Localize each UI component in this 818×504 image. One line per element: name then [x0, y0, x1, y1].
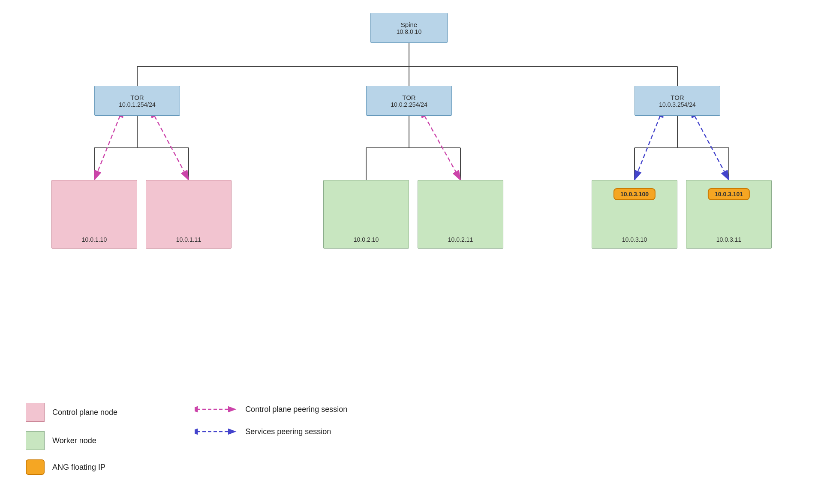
svg-line-24: [635, 116, 660, 180]
tor-node-2: TOR 10.0.2.254/24: [366, 86, 452, 116]
ctrl-1-2-ip: 10.0.1.11: [176, 236, 201, 243]
legend-control-box: [26, 403, 45, 422]
legend-worker-label: Worker node: [52, 436, 96, 445]
floating-ip-badge-2: 10.0.3.101: [708, 188, 750, 200]
tor-2-label: TOR: [402, 94, 415, 101]
spine-ip: 10.8.0.10: [397, 28, 421, 35]
legend-arrow-control: Control plane peering session: [195, 403, 347, 416]
spine-node: Spine 10.8.0.10: [370, 13, 448, 43]
legend-services-arrow-label: Services peering session: [245, 427, 331, 436]
legend-node-types: Control plane node Worker node ANG float…: [26, 403, 117, 475]
tor-1-ip: 10.0.1.254/24: [119, 101, 156, 108]
legend-arrow-types: Control plane peering session Services p…: [195, 403, 347, 438]
legend-ang-label: ANG floating IP: [52, 463, 105, 472]
worker-2-2-ip: 10.0.2.11: [448, 236, 473, 243]
tor-2-ip: 10.0.2.254/24: [391, 101, 427, 108]
spine-label: Spine: [401, 21, 417, 28]
control-node-2: 10.0.1.11: [146, 180, 232, 249]
legend-ang-box: [26, 459, 45, 475]
network-diagram: Spine 10.8.0.10 TOR 10.0.1.254/24 TOR 10…: [0, 0, 818, 394]
control-node-1: 10.0.1.10: [51, 180, 137, 249]
legend-ang: ANG floating IP: [26, 459, 117, 475]
legend-control: Control plane node: [26, 403, 117, 422]
legend-worker-box: [26, 431, 45, 450]
legend: Control plane node Worker node ANG float…: [26, 403, 347, 475]
svg-line-25: [695, 116, 729, 180]
svg-line-22: [154, 116, 189, 180]
legend-control-arrow-svg: [195, 403, 238, 416]
tor-3-ip: 10.0.3.254/24: [659, 101, 696, 108]
tor-1-label: TOR: [130, 94, 144, 101]
legend-control-arrow-label: Control plane peering session: [245, 405, 347, 414]
floating-ip-badge-1: 10.0.3.100: [614, 188, 656, 200]
legend-worker: Worker node: [26, 431, 117, 450]
worker-2-1-ip: 10.0.2.10: [354, 236, 379, 243]
worker-node-3-2: 10.0.3.101 10.0.3.11: [686, 180, 772, 249]
worker-3-2-ip: 10.0.3.11: [716, 236, 741, 243]
svg-line-21: [94, 116, 120, 180]
legend-arrow-services: Services peering session: [195, 425, 347, 438]
svg-line-23: [424, 116, 460, 180]
tor-node-1: TOR 10.0.1.254/24: [94, 86, 180, 116]
worker-node-2-2: 10.0.2.11: [418, 180, 503, 249]
legend-control-label: Control plane node: [52, 408, 117, 417]
worker-3-1-ip: 10.0.3.10: [622, 236, 647, 243]
legend-services-arrow-svg: [195, 425, 238, 438]
worker-node-3-1: 10.0.3.100 10.0.3.10: [592, 180, 677, 249]
tor-3-label: TOR: [671, 94, 684, 101]
tor-node-3: TOR 10.0.3.254/24: [635, 86, 720, 116]
worker-node-2-1: 10.0.2.10: [323, 180, 409, 249]
ctrl-1-1-ip: 10.0.1.10: [82, 236, 107, 243]
